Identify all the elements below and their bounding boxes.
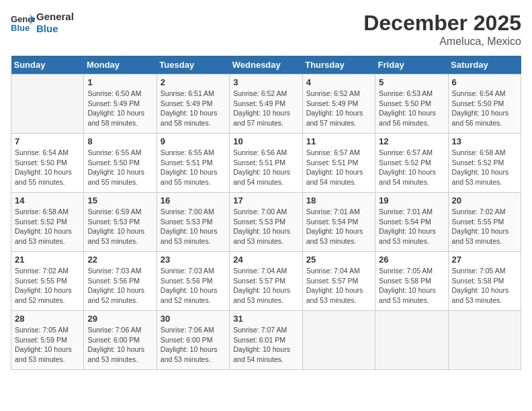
calendar-cell: 22Sunrise: 7:03 AMSunset: 5:56 PMDayligh… bbox=[84, 252, 157, 311]
location-heading: Ameluca, Mexico bbox=[363, 36, 521, 48]
day-number: 13 bbox=[452, 136, 517, 146]
calendar-week-row: 28Sunrise: 7:05 AMSunset: 5:59 PMDayligh… bbox=[11, 311, 521, 370]
day-number: 6 bbox=[452, 77, 517, 87]
calendar-cell: 5Sunrise: 6:53 AMSunset: 5:50 PMDaylight… bbox=[375, 75, 448, 134]
calendar-cell: 21Sunrise: 7:02 AMSunset: 5:55 PMDayligh… bbox=[11, 252, 84, 311]
calendar-cell: 18Sunrise: 7:01 AMSunset: 5:54 PMDayligh… bbox=[302, 193, 375, 252]
day-number: 18 bbox=[306, 195, 371, 205]
calendar-cell: 27Sunrise: 7:05 AMSunset: 5:58 PMDayligh… bbox=[448, 252, 521, 311]
weekday-header-friday: Friday bbox=[375, 56, 448, 75]
calendar-cell: 10Sunrise: 6:56 AMSunset: 5:51 PMDayligh… bbox=[230, 134, 302, 193]
weekday-header-row: SundayMondayTuesdayWednesdayThursdayFrid… bbox=[11, 56, 521, 75]
day-info: Sunrise: 6:58 AMSunset: 5:52 PMDaylight:… bbox=[15, 207, 80, 246]
calendar-cell: 14Sunrise: 6:58 AMSunset: 5:52 PMDayligh… bbox=[11, 193, 84, 252]
day-number: 14 bbox=[15, 195, 80, 205]
day-info: Sunrise: 7:03 AMSunset: 5:56 PMDaylight:… bbox=[161, 266, 226, 306]
day-info: Sunrise: 6:50 AMSunset: 5:49 PMDaylight:… bbox=[87, 89, 152, 128]
calendar-cell: 11Sunrise: 6:57 AMSunset: 5:51 PMDayligh… bbox=[302, 134, 375, 193]
day-info: Sunrise: 7:07 AMSunset: 6:01 PMDaylight:… bbox=[233, 325, 298, 365]
day-info: Sunrise: 7:05 AMSunset: 5:58 PMDaylight:… bbox=[452, 266, 517, 306]
day-number: 10 bbox=[233, 136, 298, 146]
calendar-cell bbox=[302, 311, 375, 370]
calendar-cell: 23Sunrise: 7:03 AMSunset: 5:56 PMDayligh… bbox=[157, 252, 229, 311]
logo-line1: General bbox=[36, 11, 74, 23]
day-info: Sunrise: 6:51 AMSunset: 5:49 PMDaylight:… bbox=[161, 89, 226, 128]
weekday-header-tuesday: Tuesday bbox=[157, 56, 229, 75]
day-number: 15 bbox=[87, 195, 152, 205]
day-number: 20 bbox=[452, 195, 517, 205]
day-number: 17 bbox=[233, 195, 298, 205]
calendar-cell: 29Sunrise: 7:06 AMSunset: 6:00 PMDayligh… bbox=[84, 311, 157, 370]
calendar-week-row: 1Sunrise: 6:50 AMSunset: 5:49 PMDaylight… bbox=[11, 75, 521, 134]
day-number: 30 bbox=[161, 314, 226, 324]
logo: General Blue General Blue bbox=[11, 11, 74, 35]
calendar-cell: 9Sunrise: 6:55 AMSunset: 5:51 PMDaylight… bbox=[157, 134, 229, 193]
calendar-cell bbox=[448, 311, 521, 370]
day-number: 31 bbox=[233, 314, 298, 324]
calendar-cell: 25Sunrise: 7:04 AMSunset: 5:57 PMDayligh… bbox=[302, 252, 375, 311]
calendar-cell bbox=[11, 75, 84, 134]
calendar-cell: 13Sunrise: 6:58 AMSunset: 5:52 PMDayligh… bbox=[448, 134, 521, 193]
day-info: Sunrise: 7:02 AMSunset: 5:55 PMDaylight:… bbox=[15, 266, 80, 306]
calendar-cell: 1Sunrise: 6:50 AMSunset: 5:49 PMDaylight… bbox=[84, 75, 157, 134]
day-info: Sunrise: 7:04 AMSunset: 5:57 PMDaylight:… bbox=[233, 266, 298, 306]
day-info: Sunrise: 6:59 AMSunset: 5:53 PMDaylight:… bbox=[87, 207, 152, 246]
calendar-cell: 3Sunrise: 6:52 AMSunset: 5:49 PMDaylight… bbox=[230, 75, 302, 134]
day-number: 28 bbox=[15, 314, 80, 324]
day-info: Sunrise: 6:54 AMSunset: 5:50 PMDaylight:… bbox=[15, 148, 80, 187]
day-number: 21 bbox=[15, 255, 80, 265]
calendar-cell: 2Sunrise: 6:51 AMSunset: 5:49 PMDaylight… bbox=[157, 75, 229, 134]
calendar-cell: 4Sunrise: 6:52 AMSunset: 5:49 PMDaylight… bbox=[302, 75, 375, 134]
day-number: 3 bbox=[233, 77, 298, 87]
calendar-cell: 30Sunrise: 7:06 AMSunset: 6:00 PMDayligh… bbox=[157, 311, 229, 370]
day-info: Sunrise: 6:55 AMSunset: 5:51 PMDaylight:… bbox=[161, 148, 226, 187]
day-info: Sunrise: 7:05 AMSunset: 5:58 PMDaylight:… bbox=[379, 266, 444, 306]
day-number: 23 bbox=[161, 255, 226, 265]
calendar-cell: 28Sunrise: 7:05 AMSunset: 5:59 PMDayligh… bbox=[11, 311, 84, 370]
day-info: Sunrise: 6:52 AMSunset: 5:49 PMDaylight:… bbox=[306, 89, 371, 128]
calendar-cell: 20Sunrise: 7:02 AMSunset: 5:55 PMDayligh… bbox=[448, 193, 521, 252]
day-info: Sunrise: 7:00 AMSunset: 5:53 PMDaylight:… bbox=[161, 207, 226, 246]
day-number: 2 bbox=[161, 77, 226, 87]
calendar-week-row: 21Sunrise: 7:02 AMSunset: 5:55 PMDayligh… bbox=[11, 252, 521, 311]
calendar-cell: 8Sunrise: 6:55 AMSunset: 5:50 PMDaylight… bbox=[84, 134, 157, 193]
day-info: Sunrise: 6:53 AMSunset: 5:50 PMDaylight:… bbox=[379, 89, 444, 128]
weekday-header-sunday: Sunday bbox=[11, 56, 84, 75]
calendar-cell: 15Sunrise: 6:59 AMSunset: 5:53 PMDayligh… bbox=[84, 193, 157, 252]
day-number: 29 bbox=[87, 314, 152, 324]
day-info: Sunrise: 7:05 AMSunset: 5:59 PMDaylight:… bbox=[15, 325, 80, 365]
day-info: Sunrise: 6:54 AMSunset: 5:50 PMDaylight:… bbox=[452, 89, 517, 128]
day-number: 19 bbox=[379, 195, 444, 205]
day-info: Sunrise: 6:56 AMSunset: 5:51 PMDaylight:… bbox=[233, 148, 298, 187]
day-info: Sunrise: 6:57 AMSunset: 5:51 PMDaylight:… bbox=[306, 148, 371, 187]
day-info: Sunrise: 7:03 AMSunset: 5:56 PMDaylight:… bbox=[87, 266, 152, 306]
day-number: 11 bbox=[306, 136, 371, 146]
calendar-cell bbox=[375, 311, 448, 370]
day-info: Sunrise: 6:55 AMSunset: 5:50 PMDaylight:… bbox=[87, 148, 152, 187]
day-number: 25 bbox=[306, 255, 371, 265]
calendar-cell: 26Sunrise: 7:05 AMSunset: 5:58 PMDayligh… bbox=[375, 252, 448, 311]
calendar-cell: 17Sunrise: 7:00 AMSunset: 5:53 PMDayligh… bbox=[230, 193, 302, 252]
day-info: Sunrise: 7:00 AMSunset: 5:53 PMDaylight:… bbox=[233, 207, 298, 246]
calendar-week-row: 14Sunrise: 6:58 AMSunset: 5:52 PMDayligh… bbox=[11, 193, 521, 252]
weekday-header-saturday: Saturday bbox=[448, 56, 521, 75]
page-header: General Blue General Blue December 2025 … bbox=[11, 11, 521, 48]
calendar-cell: 7Sunrise: 6:54 AMSunset: 5:50 PMDaylight… bbox=[11, 134, 84, 193]
calendar-cell: 24Sunrise: 7:04 AMSunset: 5:57 PMDayligh… bbox=[230, 252, 302, 311]
weekday-header-wednesday: Wednesday bbox=[230, 56, 302, 75]
day-number: 24 bbox=[233, 255, 298, 265]
day-info: Sunrise: 7:06 AMSunset: 6:00 PMDaylight:… bbox=[161, 325, 226, 365]
day-info: Sunrise: 6:58 AMSunset: 5:52 PMDaylight:… bbox=[452, 148, 517, 187]
logo-line2: Blue bbox=[36, 23, 74, 35]
day-number: 1 bbox=[87, 77, 152, 87]
svg-text:Blue: Blue bbox=[11, 23, 30, 33]
day-info: Sunrise: 7:04 AMSunset: 5:57 PMDaylight:… bbox=[306, 266, 371, 306]
month-heading: December 2025 bbox=[363, 11, 521, 36]
calendar-table: SundayMondayTuesdayWednesdayThursdayFrid… bbox=[11, 56, 521, 370]
weekday-header-thursday: Thursday bbox=[302, 56, 375, 75]
calendar-cell: 19Sunrise: 7:01 AMSunset: 5:54 PMDayligh… bbox=[375, 193, 448, 252]
day-number: 9 bbox=[161, 136, 226, 146]
month-title: December 2025 Ameluca, Mexico bbox=[363, 11, 521, 48]
weekday-header-monday: Monday bbox=[84, 56, 157, 75]
day-info: Sunrise: 6:52 AMSunset: 5:49 PMDaylight:… bbox=[233, 89, 298, 128]
